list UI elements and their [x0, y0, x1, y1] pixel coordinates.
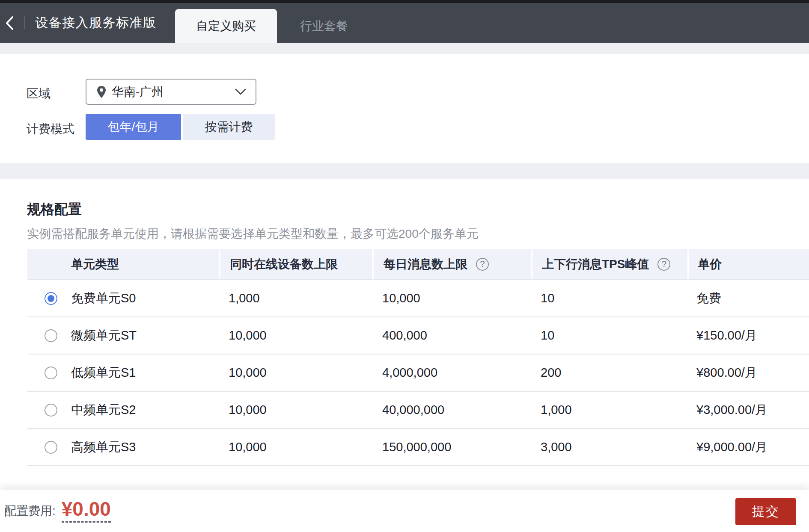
- table-row: 高频单元S310,000150,000,0003,000¥9,000.00/月: [27, 429, 809, 466]
- table-row: 免费单元S01,00010,00010免费: [27, 280, 809, 317]
- help-icon[interactable]: [476, 258, 489, 271]
- unit-radio[interactable]: [45, 404, 57, 417]
- col-header-unit-type: 单元类型: [27, 249, 219, 279]
- col-header-label: 单价: [698, 256, 722, 272]
- col-header-label: 每日消息数上限: [384, 256, 467, 272]
- config-fee-value[interactable]: ¥0.00: [62, 499, 111, 523]
- tps-peak: 10: [531, 280, 687, 316]
- table-body: 免费单元S01,00010,00010免费微频单元ST10,000400,000…: [27, 280, 809, 466]
- unit-name: 微频单元ST: [71, 327, 137, 344]
- billing-option-on-demand[interactable]: 按需计费: [183, 114, 275, 140]
- col-header-label: 上下行消息TPS峰值: [542, 256, 649, 272]
- table-row: 中频单元S210,00040,000,0001,000¥3,000.00/月: [27, 392, 809, 429]
- col-header-unit-price: 单价: [687, 249, 809, 279]
- tps-peak: 200: [531, 355, 687, 391]
- unit-price: ¥150.00/月: [687, 317, 809, 354]
- unit-radio[interactable]: [45, 329, 57, 342]
- spec-section-title: 规格配置: [27, 200, 82, 219]
- table-header-row: 单元类型 同时在线设备数上限 每日消息数上限 上下行消息TPS峰值 单价: [27, 249, 809, 280]
- spec-section-description: 实例需搭配服务单元使用，请根据需要选择单元类型和数量，最多可选200个服务单元: [27, 226, 479, 242]
- daily-message-limit: 10,000: [372, 280, 531, 316]
- submit-button[interactable]: 提交: [735, 498, 796, 525]
- unit-price: ¥9,000.00/月: [687, 429, 809, 465]
- unit-price: ¥3,000.00/月: [687, 392, 809, 428]
- tps-peak: 10: [531, 317, 687, 354]
- buy-page: 设备接入服务标准版 自定义购买 行业套餐 区域 华南-广州 计费模式 包年/包月…: [0, 0, 809, 532]
- page-title: 设备接入服务标准版: [35, 3, 157, 43]
- tps-peak: 1,000: [531, 392, 687, 428]
- daily-message-limit: 4,000,000: [372, 355, 531, 391]
- col-header-daily-msg-limit: 每日消息数上限: [372, 249, 531, 279]
- online-device-limit: 10,000: [219, 429, 372, 465]
- online-device-limit: 10,000: [219, 355, 372, 391]
- unit-radio[interactable]: [45, 366, 57, 379]
- col-header-tps-peak: 上下行消息TPS峰值: [531, 249, 687, 279]
- table-row: 低频单元S110,0004,000,000200¥800.00/月: [27, 355, 809, 392]
- config-fee-label: 配置费用:: [4, 503, 56, 519]
- billing-option-yearly-monthly[interactable]: 包年/包月: [86, 114, 181, 140]
- help-icon[interactable]: [657, 258, 670, 271]
- unit-name: 低频单元S1: [71, 364, 136, 381]
- region-value: 华南-广州: [112, 84, 164, 100]
- unit-price: 免费: [687, 280, 809, 316]
- unit-radio[interactable]: [45, 292, 57, 305]
- unit-type-cell: 免费单元S0: [27, 280, 219, 316]
- unit-type-cell: 低频单元S1: [27, 355, 219, 391]
- unit-radio[interactable]: [45, 441, 57, 454]
- header-divider: [24, 16, 25, 29]
- unit-type-cell: 中频单元S2: [27, 392, 219, 428]
- footer-bar: 配置费用: ¥0.00 提交: [0, 490, 809, 532]
- col-header-label: 单元类型: [71, 256, 119, 272]
- col-header-online-limit: 同时在线设备数上限: [219, 249, 372, 279]
- unit-name: 中频单元S2: [71, 402, 136, 419]
- unit-table: 单元类型 同时在线设备数上限 每日消息数上限 上下行消息TPS峰值 单价 免费单…: [27, 249, 809, 466]
- daily-message-limit: 150,000,000: [372, 429, 531, 465]
- table-row: 微频单元ST10,000400,00010¥150.00/月: [27, 317, 809, 355]
- region-label: 区域: [27, 86, 51, 102]
- back-button[interactable]: [3, 16, 15, 30]
- daily-message-limit: 400,000: [372, 317, 531, 354]
- section-separator-band: [0, 163, 809, 179]
- page-header: 设备接入服务标准版 自定义购买 行业套餐: [0, 3, 809, 43]
- online-device-limit: 10,000: [219, 392, 372, 428]
- tab-custom-purchase[interactable]: 自定义购买: [175, 9, 277, 43]
- unit-name: 免费单元S0: [71, 290, 136, 307]
- chevron-left-icon: [5, 16, 14, 30]
- section-separator-band: [0, 43, 809, 54]
- tab-industry-package[interactable]: 行业套餐: [277, 9, 371, 43]
- region-select[interactable]: 华南-广州: [86, 79, 256, 105]
- chevron-down-icon: [235, 80, 246, 104]
- billing-mode-label: 计费模式: [27, 121, 74, 137]
- tps-peak: 3,000: [531, 429, 687, 465]
- unit-type-cell: 微频单元ST: [27, 317, 219, 354]
- unit-type-cell: 高频单元S3: [27, 429, 219, 465]
- location-pin-icon: [97, 86, 106, 98]
- unit-name: 高频单元S3: [71, 439, 136, 456]
- online-device-limit: 10,000: [219, 317, 372, 354]
- unit-price: ¥800.00/月: [687, 355, 809, 391]
- window-top-strip: [0, 0, 809, 3]
- daily-message-limit: 40,000,000: [372, 392, 531, 428]
- col-header-label: 同时在线设备数上限: [230, 256, 338, 272]
- online-device-limit: 1,000: [219, 280, 372, 316]
